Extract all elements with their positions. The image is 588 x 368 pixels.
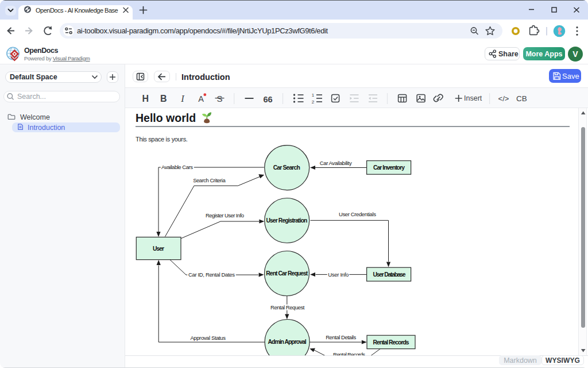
svg-text:Register User Info: Register User Info (206, 212, 244, 218)
svg-text:Car ID, Rental Dates: Car ID, Rental Dates (188, 271, 235, 278)
svg-text:Approval Status: Approval Status (190, 335, 226, 341)
svg-text:Rental Records: Rental Records (333, 351, 365, 355)
svg-text:User Registration: User Registration (266, 217, 307, 224)
svg-text:Rent Car Request: Rent Car Request (266, 270, 308, 277)
svg-text:Car Availability: Car Availability (320, 160, 352, 166)
svg-text:User Credentials: User Credentials (339, 211, 376, 217)
svg-text:User Database: User Database (373, 271, 406, 278)
svg-text:Admin Approval: Admin Approval (268, 339, 307, 345)
svg-text:Car Inventory: Car Inventory (373, 164, 405, 171)
svg-text:Rental Details: Rental Details (326, 334, 356, 340)
svg-text:Rental Request: Rental Request (270, 304, 305, 310)
svg-text:User Info: User Info (328, 271, 349, 278)
svg-text:Search Criteria: Search Criteria (193, 177, 226, 183)
svg-text:Available Cars: Available Cars (161, 164, 193, 170)
svg-text:Rental Records: Rental Records (373, 339, 409, 346)
svg-text:Car Search: Car Search (273, 164, 300, 171)
svg-text:User: User (153, 246, 164, 252)
